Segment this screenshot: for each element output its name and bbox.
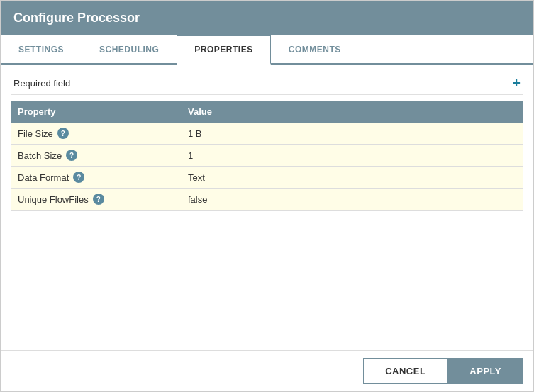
help-icon[interactable]: ? — [93, 194, 104, 205]
tab-scheduling[interactable]: SCHEDULING — [82, 35, 177, 63]
help-icon[interactable]: ? — [73, 172, 84, 183]
property-extra-cell — [365, 167, 523, 189]
footer: CANCEL APPLY — [1, 350, 533, 391]
property-extra-cell — [365, 123, 523, 145]
tab-settings[interactable]: SETTINGS — [1, 35, 82, 63]
property-value-cell[interactable]: false — [181, 189, 365, 211]
property-name-cell: Batch Size ? — [11, 145, 181, 167]
properties-table: Property Value File Size ? 1 B Batch Siz… — [11, 101, 523, 211]
column-header-property: Property — [11, 101, 181, 123]
help-icon[interactable]: ? — [66, 150, 77, 161]
dialog-title: Configure Processor — [13, 11, 140, 25]
column-header-value: Value — [181, 101, 365, 123]
help-icon[interactable]: ? — [57, 128, 69, 139]
column-header-extra — [365, 101, 523, 123]
cancel-button[interactable]: CANCEL — [363, 358, 447, 384]
content-area: Required field + Property Value File Siz… — [1, 65, 533, 350]
property-value-cell[interactable]: 1 — [181, 145, 365, 167]
property-name-label: Unique FlowFiles — [18, 194, 89, 205]
required-field-row: Required field + — [11, 72, 523, 95]
property-name-cell: Unique FlowFiles ? — [11, 189, 181, 211]
table-row[interactable]: Batch Size ? 1 — [11, 145, 523, 167]
property-name-label: File Size — [18, 128, 53, 139]
dialog-header: Configure Processor — [1, 1, 533, 35]
property-value-cell[interactable]: 1 B — [181, 123, 365, 145]
property-value-cell[interactable]: Text — [181, 167, 365, 189]
apply-button[interactable]: APPLY — [447, 358, 523, 384]
property-extra-cell — [365, 189, 523, 211]
configure-processor-dialog: Configure Processor SETTINGS SCHEDULING … — [0, 0, 534, 392]
property-name-cell: File Size ? — [11, 123, 181, 145]
property-extra-cell — [365, 145, 523, 167]
property-name-label: Data Format — [18, 172, 69, 183]
table-row[interactable]: File Size ? 1 B — [11, 123, 523, 145]
tabs-bar: SETTINGS SCHEDULING PROPERTIES COMMENTS — [1, 35, 533, 65]
property-name-label: Batch Size — [18, 150, 62, 161]
add-property-button[interactable]: + — [512, 76, 521, 90]
tab-comments[interactable]: COMMENTS — [271, 35, 359, 63]
table-row[interactable]: Data Format ? Text — [11, 167, 523, 189]
table-header-row: Property Value — [11, 101, 523, 123]
property-name-cell: Data Format ? — [11, 167, 181, 189]
table-row[interactable]: Unique FlowFiles ? false — [11, 189, 523, 211]
required-field-label: Required field — [13, 78, 70, 89]
tab-properties[interactable]: PROPERTIES — [177, 35, 270, 65]
